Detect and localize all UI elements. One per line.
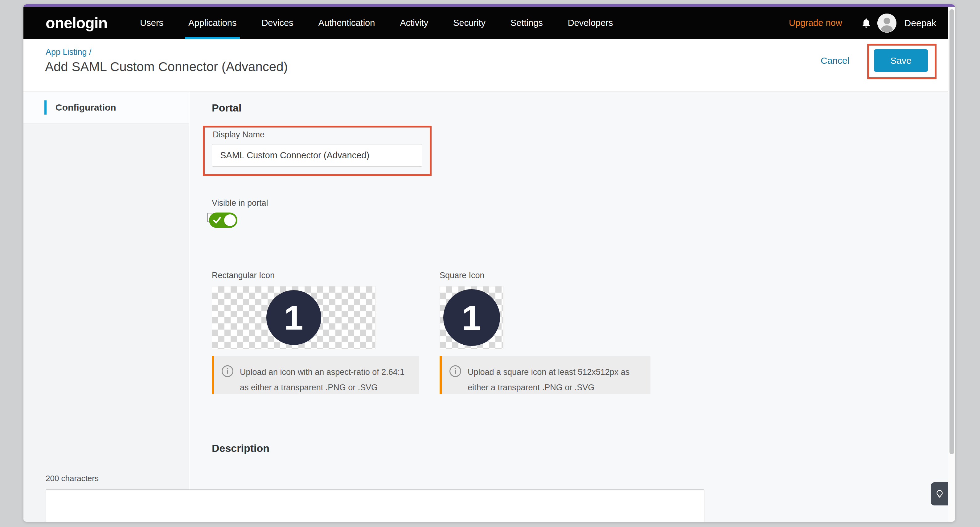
cancel-button[interactable]: Cancel [821,56,849,66]
window-top-accent-strip [24,4,955,7]
page-title: Add SAML Custom Connector (Advanced) [45,59,288,74]
upgrade-now-link[interactable]: Upgrade now [789,18,842,28]
sidebar: Configuration [24,92,189,522]
top-navbar: onelogin Users Applications Devices Auth… [24,7,948,39]
breadcrumb[interactable]: App Listing / [46,48,92,57]
square-icon-label: Square Icon [440,271,485,280]
info-icon [221,365,234,377]
toggle-pill [209,213,237,228]
description-section-heading: Description [212,442,269,454]
rectangular-icon-upload[interactable]: 1 [212,286,375,349]
onelogin-number-one-icon: 1 [266,290,321,345]
rectangular-icon-label: Rectangular Icon [212,271,275,280]
onelogin-number-one-icon: 1 [443,289,500,346]
info-icon [449,365,461,377]
display-name-label: Display Name [213,130,264,140]
sidebar-item-label: Configuration [56,102,116,113]
save-button[interactable]: Save [874,49,928,72]
nav-item-authentication[interactable]: Authentication [318,7,375,39]
visible-in-portal-label: Visible in portal [212,198,268,208]
page-header: App Listing / Add SAML Custom Connector … [24,39,948,92]
description-textarea[interactable] [46,489,705,522]
description-character-counter: 200 characters [46,474,99,483]
portal-section-heading: Portal [212,102,241,114]
active-indicator-bar [45,100,46,114]
rectangular-icon-info-box: Upload an icon with an aspect-ratio of 2… [212,356,419,394]
nav-item-developers[interactable]: Developers [568,7,613,39]
page-body: Configuration Portal Display Name Visibl… [24,92,948,522]
notifications-bell-icon[interactable] [861,17,872,29]
nav-item-users[interactable]: Users [140,7,163,39]
square-icon-info-box: Upload a square icon at least 512x512px … [440,356,651,394]
nav-item-activity[interactable]: Activity [400,7,428,39]
display-name-input[interactable] [212,144,422,167]
scrollbar-track [948,7,955,522]
nav-item-devices[interactable]: Devices [261,7,293,39]
check-icon [213,216,221,224]
scrollbar-thumb[interactable] [950,9,954,454]
user-name-menu[interactable]: Deepak [904,18,936,29]
browser-page: onelogin Users Applications Devices Auth… [24,4,955,522]
help-lightbulb-button[interactable] [931,483,948,505]
onelogin-logo: onelogin [46,16,107,31]
toggle-knob [224,214,236,226]
lightbulb-icon [935,488,945,500]
nav-item-security[interactable]: Security [453,7,485,39]
user-avatar[interactable] [877,14,896,33]
visible-in-portal-toggle[interactable] [207,213,238,229]
primary-nav: Users Applications Devices Authenticatio… [140,7,638,39]
square-icon-info-text: Upload a square icon at least 512x512px … [468,364,641,395]
nav-item-applications[interactable]: Applications [188,7,237,39]
square-icon-upload[interactable]: 1 [440,286,503,349]
rectangular-icon-info-text: Upload an icon with an aspect-ratio of 2… [240,364,406,395]
sidebar-item-configuration[interactable]: Configuration [24,92,189,124]
nav-item-settings[interactable]: Settings [511,7,543,39]
nav-right-group: Upgrade now Deepak [789,14,936,33]
